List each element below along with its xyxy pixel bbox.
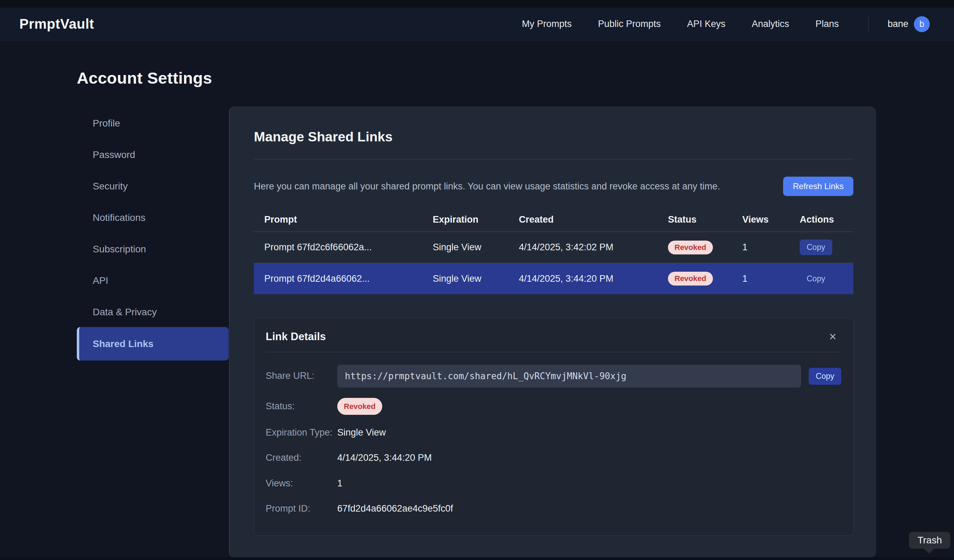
sidebar-item-password[interactable]: Password: [77, 144, 229, 166]
screen-top-edge: [0, 0, 954, 8]
settings-sidebar: Profile Password Security Notifications …: [77, 106, 229, 370]
nav-item-analytics[interactable]: Analytics: [751, 19, 789, 30]
views-label: Views:: [266, 476, 337, 491]
expiration-type-value: Single View: [337, 425, 386, 440]
nav-item-my-prompts[interactable]: My Prompts: [522, 19, 572, 30]
row-expiration: Single View: [433, 274, 519, 284]
panel-title-divider: [254, 159, 853, 159]
expiration-type-label: Expiration Type:: [266, 425, 337, 440]
link-details-card: Link Details × Share URL: Copy Status: R…: [254, 318, 854, 536]
account-settings-page: Account Settings Profile Password Securi…: [0, 68, 954, 558]
sidebar-item-api[interactable]: API: [77, 270, 229, 292]
status-badge: Revoked: [668, 272, 713, 286]
sidebar-item-shared-links[interactable]: Shared Links: [77, 327, 229, 361]
page-title: Account Settings: [77, 68, 954, 87]
share-url-label: Share URL:: [266, 369, 337, 383]
copy-link-button[interactable]: Copy: [800, 271, 832, 286]
nav-item-api-keys[interactable]: API Keys: [687, 19, 725, 30]
table-row[interactable]: Prompt 67fd2c6f66062a... Single View 4/1…: [254, 232, 853, 263]
created-label: Created:: [266, 450, 337, 465]
row-created: 4/14/2025, 3:42:02 PM: [519, 242, 668, 253]
panel-description: Here you can manage all your shared prom…: [254, 181, 783, 192]
shared-links-panel: Manage Shared Links Here you can manage …: [229, 106, 876, 558]
link-details-title: Link Details: [266, 330, 326, 343]
prompt-id-value: 67fd2d4a66062ae4c9e5fc0f: [337, 501, 453, 516]
panel-title: Manage Shared Links: [254, 129, 853, 145]
row-expiration: Single View: [433, 242, 519, 253]
refresh-links-button[interactable]: Refresh Links: [783, 177, 853, 196]
table-row-selected[interactable]: Prompt 67fd2d4a66062... Single View 4/14…: [254, 263, 853, 294]
app-logo[interactable]: PrmptVault: [19, 16, 94, 32]
row-views: 1: [742, 242, 800, 253]
top-navbar: PrmptVault My Prompts Public Prompts API…: [0, 8, 954, 41]
created-value: 4/14/2025, 3:44:20 PM: [337, 450, 432, 465]
nav-links: My Prompts Public Prompts API Keys Analy…: [522, 19, 839, 30]
row-created: 4/14/2025, 3:44:20 PM: [519, 274, 668, 284]
column-header-created: Created: [519, 214, 668, 225]
sidebar-item-notifications[interactable]: Notifications: [77, 207, 229, 229]
prompt-id-label: Prompt ID:: [266, 501, 337, 516]
nav-user: bane b: [888, 16, 930, 32]
copy-url-button[interactable]: Copy: [809, 368, 841, 385]
nav-item-plans[interactable]: Plans: [815, 19, 839, 30]
copy-link-button[interactable]: Copy: [800, 240, 832, 255]
column-header-actions: Actions: [800, 214, 843, 225]
shared-links-table: Prompt Expiration Created Status Views A…: [254, 208, 853, 294]
close-icon[interactable]: ×: [829, 330, 836, 343]
details-divider: [266, 352, 841, 352]
sidebar-item-data-privacy[interactable]: Data & Privacy: [77, 301, 229, 323]
sidebar-item-subscription[interactable]: Subscription: [77, 238, 229, 260]
nav-divider: [868, 16, 868, 32]
username-label: bane: [888, 19, 908, 30]
column-header-expiration: Expiration: [433, 214, 519, 225]
sidebar-item-security[interactable]: Security: [77, 175, 229, 198]
dock-edge: [0, 557, 954, 560]
sidebar-item-profile[interactable]: Profile: [77, 112, 229, 134]
status-badge: Revoked: [668, 241, 713, 254]
column-header-prompt: Prompt: [264, 214, 433, 225]
share-url-input[interactable]: [337, 365, 801, 387]
row-prompt-name: Prompt 67fd2c6f66062a...: [264, 242, 433, 253]
nav-item-public-prompts[interactable]: Public Prompts: [598, 19, 661, 30]
status-badge: Revoked: [337, 398, 382, 415]
column-header-views: Views: [742, 214, 800, 225]
table-header-row: Prompt Expiration Created Status Views A…: [254, 208, 853, 232]
row-views: 1: [742, 274, 800, 284]
views-value: 1: [337, 476, 343, 491]
avatar[interactable]: b: [914, 16, 930, 32]
column-header-status: Status: [668, 214, 742, 225]
trash-tooltip: Trash: [908, 531, 951, 550]
status-label: Status:: [266, 399, 337, 414]
row-prompt-name: Prompt 67fd2d4a66062...: [264, 274, 433, 284]
